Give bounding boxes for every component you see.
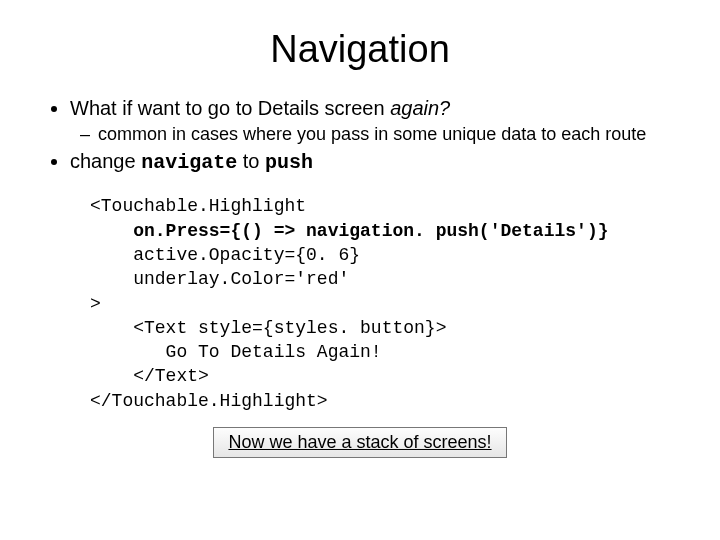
bullet-2-code1: navigate: [141, 151, 237, 174]
bullet-1-sub: common in cases where you pass in some u…: [98, 123, 690, 146]
bullet-1-sublist: common in cases where you pass in some u…: [70, 123, 690, 146]
slide: Navigation What if want to go to Details…: [0, 0, 720, 540]
code-line-6: <Text style={styles. button}>: [90, 318, 446, 338]
code-line-1: <Touchable.Highlight: [90, 196, 306, 216]
bullet-list: What if want to go to Details screen aga…: [30, 95, 690, 176]
code-line-3: active.Opacity={0. 6}: [90, 245, 360, 265]
bullet-2-mid: to: [237, 150, 265, 172]
caption-box: Now we have a stack of screens!: [213, 427, 506, 458]
code-line-2: on.Press={() => navigation. push('Detail…: [90, 221, 608, 241]
bullet-1-text: What if want to go to Details screen: [70, 97, 390, 119]
code-line-7: Go To Details Again!: [90, 342, 382, 362]
code-line-5: >: [90, 294, 101, 314]
slide-title: Navigation: [30, 28, 690, 71]
bullet-2-prefix: change: [70, 150, 141, 172]
bullet-1-italic: again?: [390, 97, 450, 119]
code-line-4: underlay.Color='red': [90, 269, 349, 289]
code-line-9: </Touchable.Highlight>: [90, 391, 328, 411]
code-line-8: </Text>: [90, 366, 209, 386]
bullet-2-code2: push: [265, 151, 313, 174]
bullet-1: What if want to go to Details screen aga…: [70, 95, 690, 146]
code-block: <Touchable.Highlight on.Press={() => nav…: [90, 194, 690, 413]
bullet-2: change navigate to push: [70, 148, 690, 176]
